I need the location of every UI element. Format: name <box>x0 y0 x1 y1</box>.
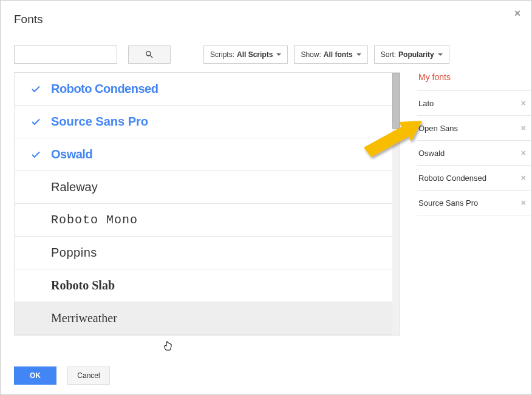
dialog-title: Fonts <box>1 1 531 35</box>
chevron-down-icon <box>276 53 281 56</box>
font-item[interactable]: Roboto Mono <box>15 204 400 237</box>
close-button[interactable]: × <box>512 8 523 19</box>
sort-filter[interactable]: Sort: Popularity <box>374 46 449 64</box>
font-name-label: Source Sans Pro <box>51 115 148 129</box>
fonts-dialog: Fonts × Scripts: All Scripts Show: All f… <box>0 0 532 395</box>
scripts-filter-label: Scripts: <box>210 50 234 59</box>
scripts-filter-value: All Scripts <box>237 50 273 59</box>
my-font-label: Source Sans Pro <box>418 198 478 208</box>
close-icon: × <box>521 123 526 133</box>
close-icon: × <box>521 173 526 183</box>
chevron-down-icon <box>438 53 443 56</box>
chevron-down-icon <box>356 53 361 56</box>
toolbar: Scripts: All Scripts Show: All fonts Sor… <box>1 35 531 72</box>
filter-group: Scripts: All Scripts Show: All fonts Sor… <box>203 46 449 64</box>
show-filter-label: Show: <box>301 50 321 59</box>
remove-font-button[interactable]: × <box>521 198 526 208</box>
close-icon: × <box>514 7 521 20</box>
font-name-label: Roboto Condensed <box>51 82 158 96</box>
font-item[interactable]: Oswald <box>15 138 400 171</box>
scrollbar-track[interactable] <box>392 73 400 335</box>
show-filter[interactable]: Show: All fonts <box>294 46 367 64</box>
font-item[interactable]: Roboto Slab <box>15 269 400 302</box>
my-font-item[interactable]: Open Sans× <box>417 116 531 141</box>
check-icon <box>30 116 51 127</box>
show-filter-value: All fonts <box>324 50 353 59</box>
font-item[interactable]: Source Sans Pro <box>15 106 400 138</box>
remove-font-button[interactable]: × <box>521 173 526 183</box>
check-icon <box>30 149 51 160</box>
remove-font-button[interactable]: × <box>521 98 526 108</box>
sidebar-title: My fonts <box>417 72 531 90</box>
font-name-label: Poppins <box>51 246 97 260</box>
font-name-label: Roboto Slab <box>51 279 115 292</box>
scrollbar-thumb[interactable] <box>392 73 400 129</box>
font-name-label: Raleway <box>51 180 98 194</box>
cursor-hand-icon <box>163 340 174 353</box>
close-icon: × <box>521 98 526 108</box>
font-name-label: Roboto Mono <box>51 213 138 227</box>
font-item[interactable]: Merriweather <box>15 302 400 335</box>
my-font-label: Roboto Condensed <box>418 174 486 183</box>
search-icon <box>145 50 154 59</box>
ok-button[interactable]: OK <box>14 366 56 385</box>
remove-font-button[interactable]: × <box>521 148 526 158</box>
font-name-label: Oswald <box>51 147 92 161</box>
content-area: Roboto CondensedSource Sans ProOswaldRal… <box>1 72 531 336</box>
my-font-label: Open Sans <box>418 124 458 133</box>
my-fonts-list: Lato×Open Sans×Oswald×Roboto Condensed×S… <box>417 90 531 215</box>
cancel-button[interactable]: Cancel <box>67 366 110 385</box>
sort-filter-value: Popularity <box>398 50 434 59</box>
my-font-label: Oswald <box>418 149 445 158</box>
my-font-item[interactable]: Roboto Condensed× <box>417 166 531 191</box>
search-button[interactable] <box>128 46 171 64</box>
my-fonts-sidebar: My fonts Lato×Open Sans×Oswald×Roboto Co… <box>400 72 531 336</box>
my-font-item[interactable]: Oswald× <box>417 141 531 166</box>
my-font-item[interactable]: Lato× <box>417 91 531 116</box>
font-item[interactable]: Poppins <box>15 237 400 269</box>
remove-font-button[interactable]: × <box>521 123 526 133</box>
font-item[interactable]: Roboto Condensed <box>15 73 400 106</box>
close-icon: × <box>521 148 526 158</box>
check-icon <box>30 84 51 95</box>
my-font-item[interactable]: Source Sans Pro× <box>417 191 531 215</box>
font-item[interactable]: Raleway <box>15 171 400 204</box>
scripts-filter[interactable]: Scripts: All Scripts <box>203 46 288 64</box>
font-name-label: Merriweather <box>51 311 117 325</box>
sort-filter-label: Sort: <box>381 50 396 59</box>
my-font-label: Lato <box>418 99 434 108</box>
close-icon: × <box>521 198 526 208</box>
dialog-footer: OK Cancel <box>14 366 110 385</box>
font-list: Roboto CondensedSource Sans ProOswaldRal… <box>14 72 400 336</box>
search-input[interactable] <box>14 46 117 64</box>
